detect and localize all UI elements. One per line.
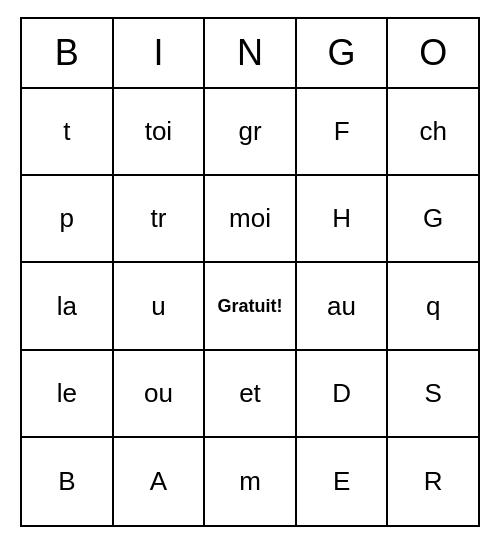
bingo-cell-1-2: moi xyxy=(205,176,297,263)
bingo-cell-4-4: R xyxy=(388,438,478,525)
header-cell-N: N xyxy=(205,19,297,87)
bingo-cell-3-1: ou xyxy=(114,351,206,438)
bingo-header: BINGO xyxy=(22,19,478,89)
bingo-cell-2-2: Gratuit! xyxy=(205,263,297,350)
bingo-cell-3-2: et xyxy=(205,351,297,438)
bingo-row-2: lauGratuit!auq xyxy=(22,263,478,350)
bingo-card: BINGO ttoigrFchptrmoiHGlauGratuit!auqleo… xyxy=(20,17,480,527)
bingo-cell-0-0: t xyxy=(22,89,114,176)
bingo-row-0: ttoigrFch xyxy=(22,89,478,176)
bingo-cell-3-4: S xyxy=(388,351,478,438)
bingo-cell-1-0: p xyxy=(22,176,114,263)
bingo-cell-4-1: A xyxy=(114,438,206,525)
header-cell-O: O xyxy=(388,19,478,87)
bingo-cell-4-3: E xyxy=(297,438,389,525)
bingo-cell-1-1: tr xyxy=(114,176,206,263)
bingo-cell-0-1: toi xyxy=(114,89,206,176)
bingo-cell-1-4: G xyxy=(388,176,478,263)
header-cell-B: B xyxy=(22,19,114,87)
bingo-cell-4-0: B xyxy=(22,438,114,525)
bingo-cell-4-2: m xyxy=(205,438,297,525)
bingo-cell-0-4: ch xyxy=(388,89,478,176)
bingo-row-3: leouetDS xyxy=(22,351,478,438)
bingo-row-4: BAmER xyxy=(22,438,478,525)
bingo-cell-2-0: la xyxy=(22,263,114,350)
free-space-label: Gratuit! xyxy=(217,296,282,317)
bingo-cell-0-2: gr xyxy=(205,89,297,176)
header-cell-G: G xyxy=(297,19,389,87)
bingo-cell-3-0: le xyxy=(22,351,114,438)
header-cell-I: I xyxy=(114,19,206,87)
bingo-cell-2-1: u xyxy=(114,263,206,350)
bingo-cell-0-3: F xyxy=(297,89,389,176)
bingo-cell-1-3: H xyxy=(297,176,389,263)
bingo-cell-2-3: au xyxy=(297,263,389,350)
bingo-cell-3-3: D xyxy=(297,351,389,438)
bingo-cell-2-4: q xyxy=(388,263,478,350)
bingo-row-1: ptrmoiHG xyxy=(22,176,478,263)
bingo-grid: ttoigrFchptrmoiHGlauGratuit!auqleouetDSB… xyxy=(22,89,478,525)
